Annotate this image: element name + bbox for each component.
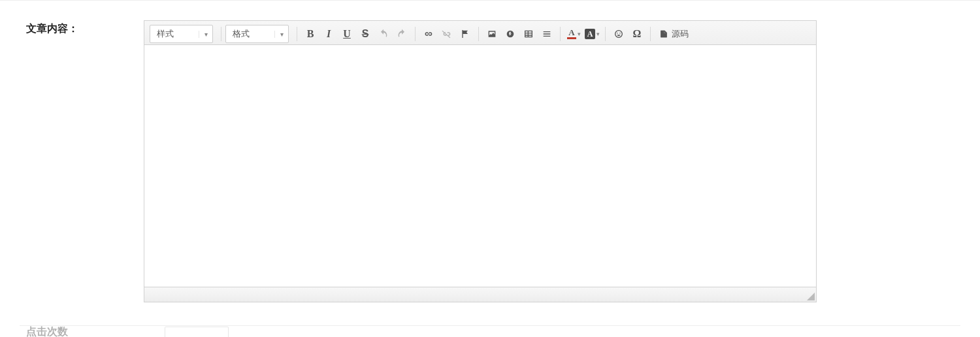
bg-color-button[interactable]: A ▾ — [582, 25, 601, 43]
background-color-icon: A — [585, 29, 595, 39]
unlink-button[interactable] — [438, 25, 456, 43]
link-button[interactable] — [419, 25, 438, 43]
italic-button[interactable]: I — [319, 25, 338, 43]
toolbar-separator — [297, 27, 297, 41]
clicks-input[interactable] — [165, 327, 229, 337]
smiley-icon — [613, 29, 624, 39]
text-color-button[interactable]: A ▾ — [564, 25, 582, 43]
editor-content-area[interactable] — [144, 45, 816, 287]
format-combo[interactable]: 格式 ▾ — [225, 25, 289, 43]
underline-button[interactable]: U — [338, 25, 356, 43]
redo-icon — [397, 29, 407, 39]
resize-handle-icon[interactable] — [807, 293, 815, 300]
flash-icon — [505, 29, 515, 39]
field-label-content: 文章内容： — [0, 20, 144, 37]
link-icon — [423, 29, 434, 39]
toolbar-separator — [605, 27, 606, 41]
toolbar-separator — [560, 27, 561, 41]
editor-toolbar: 样式 ▾ 格式 ▾ B I U S — [144, 21, 816, 45]
anchor-button[interactable] — [456, 25, 474, 43]
flag-icon — [460, 29, 470, 39]
rich-text-editor: 样式 ▾ 格式 ▾ B I U S — [144, 20, 817, 302]
toolbar-separator — [415, 27, 416, 41]
table-button[interactable] — [519, 25, 538, 43]
smiley-button[interactable] — [610, 25, 628, 43]
unlink-icon — [442, 29, 452, 39]
field-label-clicks: 点击次数 — [26, 325, 68, 337]
strike-button[interactable]: S — [356, 25, 374, 43]
editor-bottom-bar — [144, 287, 816, 302]
redo-button[interactable] — [393, 25, 411, 43]
chevron-down-icon: ▾ — [578, 31, 581, 37]
undo-icon — [378, 29, 389, 39]
toolbar-separator — [478, 27, 479, 41]
table-icon — [523, 29, 534, 39]
divider — [20, 325, 960, 326]
source-button[interactable]: 源码 — [655, 25, 693, 43]
chevron-down-icon: ▾ — [274, 31, 288, 38]
horizontal-rule-icon — [542, 29, 552, 39]
hr-button[interactable] — [538, 25, 556, 43]
chevron-down-icon: ▾ — [199, 31, 212, 38]
source-icon — [659, 29, 669, 39]
toolbar-separator — [221, 27, 221, 41]
flash-button[interactable] — [501, 25, 519, 43]
bold-button[interactable]: B — [301, 25, 319, 43]
chevron-down-icon: ▾ — [596, 31, 600, 37]
format-combo-label: 格式 — [226, 28, 274, 40]
image-button[interactable] — [483, 25, 501, 43]
toolbar-separator — [650, 27, 651, 41]
style-combo-label: 样式 — [150, 28, 199, 40]
text-color-icon: A — [567, 29, 576, 39]
image-icon — [487, 29, 497, 39]
special-char-button[interactable]: Ω — [628, 25, 646, 43]
style-combo[interactable]: 样式 ▾ — [150, 25, 213, 43]
source-button-label: 源码 — [672, 28, 689, 40]
undo-button[interactable] — [374, 25, 393, 43]
